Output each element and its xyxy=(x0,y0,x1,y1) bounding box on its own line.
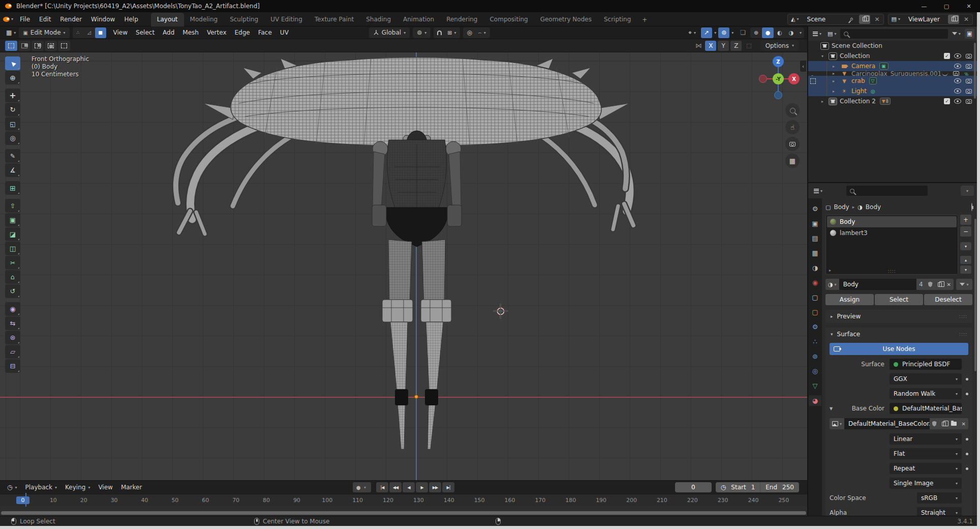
tab-material[interactable] xyxy=(809,395,821,406)
editor-type-button[interactable]: ▦▾ xyxy=(3,27,19,38)
action-button[interactable]: Select xyxy=(875,294,923,305)
pan-hand-icon[interactable]: ☝ xyxy=(785,120,800,134)
outliner-row-label[interactable]: Collection xyxy=(840,52,870,60)
viewport-menu[interactable]: Vertex xyxy=(203,29,231,36)
rendered-shading-icon[interactable]: ◑ xyxy=(785,27,797,38)
proportional-edit-icon[interactable]: ◎ xyxy=(464,27,474,38)
color-space-dropdown[interactable]: sRGB xyxy=(917,492,962,504)
btn-jump-end[interactable]: ▶| xyxy=(442,482,454,492)
mirror-axis-button[interactable]: X xyxy=(705,41,716,51)
ruler-tick[interactable]: 50 xyxy=(165,497,185,504)
options-dropdown[interactable]: Options▾ xyxy=(760,40,799,51)
outliner-row-label[interactable]: Collection 2 xyxy=(840,98,876,105)
outliner-editor-type-button[interactable]: ▾ xyxy=(811,28,823,39)
breadcrumb-material[interactable]: Body xyxy=(866,203,881,211)
timeline-scrollbar[interactable] xyxy=(1,511,806,515)
keyframe-dot[interactable] xyxy=(966,453,968,455)
source-dropdown[interactable]: Single Image xyxy=(890,478,962,489)
collection-checkbox[interactable] xyxy=(944,98,950,104)
vertex-select-icon[interactable]: ∴ xyxy=(73,27,84,38)
render-visibility-icon[interactable] xyxy=(966,99,972,104)
unlink-image-icon[interactable]: ✕ xyxy=(959,418,968,429)
action-button[interactable]: Assign xyxy=(825,294,874,305)
properties-scrollbar[interactable] xyxy=(974,219,976,371)
remove-slot-button[interactable]: − xyxy=(960,226,971,237)
fake-user-shield-icon[interactable] xyxy=(926,279,935,290)
tool-annotate[interactable] xyxy=(5,149,20,163)
select-mode-intersect[interactable] xyxy=(58,41,70,51)
ruler-tick[interactable]: 230 xyxy=(713,497,733,504)
visibility-eye-icon[interactable] xyxy=(954,64,961,69)
viewport-menu[interactable]: UV xyxy=(276,29,293,36)
falloff-dropdown[interactable]: ⌢▾ xyxy=(475,27,489,38)
properties-options-dropdown[interactable]: ▾ xyxy=(961,186,974,196)
gizmo-axis-z[interactable]: Z xyxy=(773,56,784,67)
viewport-menu[interactable]: Face xyxy=(254,29,276,36)
tool-transform[interactable] xyxy=(5,131,20,145)
tab-world[interactable] xyxy=(809,277,821,288)
ruler-tick[interactable]: 200 xyxy=(622,497,642,504)
distribution-dropdown[interactable]: GGX xyxy=(890,373,962,385)
tool-inset-faces[interactable] xyxy=(5,213,20,227)
mirror-axis-button[interactable]: Z xyxy=(730,41,742,51)
mode-dropdown[interactable]: ▣ Edit Mode ▾ xyxy=(19,27,69,38)
tool-select-box[interactable] xyxy=(5,56,20,70)
surface-shader-field[interactable]: Principled BSDF xyxy=(890,359,962,370)
keyframe-dot[interactable] xyxy=(966,393,968,395)
tab-render[interactable] xyxy=(809,218,821,229)
tab-particles[interactable] xyxy=(809,336,821,347)
tab-tool[interactable] xyxy=(809,203,821,214)
btn-next-keyframe[interactable]: ▶▶ xyxy=(429,482,441,492)
outliner-row-label[interactable]: Light xyxy=(851,87,867,95)
ruler-tick[interactable]: 140 xyxy=(439,497,459,504)
chevron-down-icon[interactable]: ▾ xyxy=(364,485,371,490)
tool-knife[interactable] xyxy=(5,256,20,270)
xray-toggle-icon[interactable]: ❏ xyxy=(737,27,749,38)
tool-rotate[interactable] xyxy=(5,103,20,116)
workspace-tab[interactable]: Layout xyxy=(151,13,184,26)
timeline-ruler[interactable]: 0 10 20 30 40 50 60 70 80 90 100 110 120… xyxy=(0,494,807,506)
tool-cursor[interactable] xyxy=(5,71,20,84)
render-visibility-icon[interactable] xyxy=(953,71,959,76)
material-name-field[interactable]: Body xyxy=(839,279,916,290)
outliner-row[interactable]: Carcinoplax_Suruguensis.001 xyxy=(808,71,837,76)
ruler-tick[interactable]: 100 xyxy=(317,497,338,504)
tab-object[interactable] xyxy=(809,307,821,317)
viewlayer-name[interactable]: ViewLayer xyxy=(903,16,947,23)
outliner-display-mode-button[interactable]: ▤▾ xyxy=(825,28,838,39)
material-specials-dropdown[interactable]: ▾ xyxy=(956,279,972,290)
viewport-menu[interactable]: Mesh xyxy=(178,29,203,36)
expand-arrow[interactable] xyxy=(833,64,840,69)
timeline-menu[interactable]: Marker xyxy=(117,484,146,491)
snap-to-dropdown[interactable]: ⊞▾ xyxy=(444,27,459,38)
subsurface-method-dropdown[interactable]: Random Walk xyxy=(890,388,962,399)
tool-bevel[interactable] xyxy=(5,227,20,241)
browse-material-button[interactable]: ◑▾ xyxy=(825,279,839,290)
workspace-tab[interactable]: Scripting xyxy=(598,13,637,26)
tab-data[interactable] xyxy=(809,380,821,391)
crab-model-mesh[interactable] xyxy=(0,52,807,480)
tab-collection[interactable] xyxy=(809,292,821,303)
panel-drag-grip[interactable]: :::: xyxy=(959,332,967,337)
show-gizmo-dropdown[interactable]: ⌖▾ xyxy=(685,27,699,38)
viewport-menu[interactable]: Edge xyxy=(231,29,254,36)
start-frame-field[interactable]: ◷Start1 xyxy=(716,482,760,492)
new-collection-button[interactable]: ▣ xyxy=(965,28,974,39)
gizmo-axis-y[interactable]: -Y xyxy=(773,73,784,84)
topbar-menu[interactable]: Render xyxy=(55,12,86,26)
visibility-eye-icon[interactable] xyxy=(954,53,961,58)
slot-specials-dropdown[interactable]: ▾ xyxy=(960,242,971,250)
visibility-eye-icon[interactable] xyxy=(941,71,948,76)
tool-move[interactable] xyxy=(5,89,20,102)
topbar-menu[interactable]: File xyxy=(15,12,35,26)
breadcrumb-object[interactable]: Body xyxy=(834,203,849,211)
outliner-row-label[interactable]: Scene Collection xyxy=(832,42,882,49)
tab-physics[interactable] xyxy=(809,351,821,362)
collection-checkbox[interactable] xyxy=(944,53,950,59)
copy-image-icon[interactable] xyxy=(939,418,948,429)
topbar-menu[interactable]: Edit xyxy=(35,12,55,26)
new-viewlayer-button[interactable] xyxy=(948,15,959,24)
btn-prev-keyframe[interactable]: ◀◀ xyxy=(389,482,402,492)
outliner-row[interactable]: Collection 2 8 xyxy=(808,96,977,106)
ruler-tick[interactable]: 90 xyxy=(287,497,307,504)
